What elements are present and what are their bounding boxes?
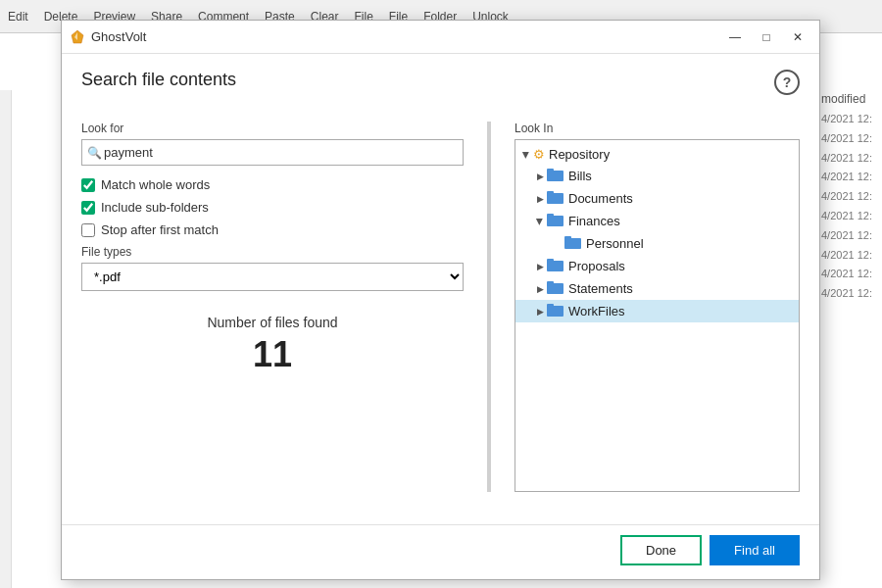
done-button[interactable]: Done	[620, 535, 702, 565]
tree-item-proposals[interactable]: ▶ Proposals	[515, 255, 799, 277]
match-whole-words-checkbox[interactable]	[81, 178, 95, 192]
panel-divider	[487, 122, 491, 492]
left-panel: Look for 🔍 payment Match whole words Inc…	[81, 122, 464, 492]
dialog-titlebar: GhostVolt — □ ✕	[62, 21, 819, 54]
tree-label-bills: Bills	[568, 169, 592, 183]
include-sub-folders-label: Include sub-folders	[101, 200, 209, 215]
tree-container[interactable]: ▶ ⚙ Repository ▶	[514, 139, 800, 492]
tree-arrow-statements: ▶	[533, 282, 547, 296]
stats-area: Number of files found 11	[81, 315, 464, 375]
search-icon: 🔍	[87, 146, 102, 160]
folder-icon-finances	[547, 213, 564, 229]
svg-rect-7	[547, 214, 554, 218]
stop-after-first-match-label: Stop after first match	[101, 222, 219, 237]
folder-icon-statements	[547, 280, 564, 297]
svg-rect-3	[547, 169, 554, 172]
bg-toolbar-edit: Edit	[8, 10, 28, 24]
match-whole-words-row: Match whole words	[81, 177, 464, 192]
folder-icon-proposals	[547, 258, 564, 274]
tree-arrow-repository: ▶	[519, 148, 533, 162]
tree-item-bills[interactable]: ▶ Bills	[515, 165, 799, 187]
modal-overlay: GhostVolt — □ ✕ Search file contents ? L…	[0, 0, 882, 588]
tree-arrow-proposals: ▶	[533, 260, 547, 273]
folder-icon-bills	[547, 168, 564, 184]
stats-count: 11	[81, 334, 464, 375]
folder-icon-personnel	[564, 235, 582, 252]
file-types-select[interactable]: *.pdf *.docx *.txt All files	[81, 263, 464, 291]
tree-arrow-finances: ▶	[533, 215, 547, 228]
tree-item-repository[interactable]: ▶ ⚙ Repository	[515, 144, 799, 165]
svg-rect-5	[547, 191, 554, 195]
search-input-wrapper: 🔍 payment	[81, 139, 464, 166]
svg-rect-13	[547, 281, 554, 285]
tree-item-statements[interactable]: ▶ Statements	[515, 277, 799, 300]
include-sub-folders-row: Include sub-folders	[81, 200, 464, 215]
tree-arrow-workfiles: ▶	[533, 305, 547, 318]
minimize-button[interactable]: —	[721, 25, 749, 49]
sidebar-indicator	[0, 90, 12, 588]
titlebar-buttons: — □ ✕	[721, 25, 811, 49]
dialog-content: Search file contents ? Look for 🔍 paymen…	[62, 54, 819, 524]
look-for-label: Look for	[81, 122, 464, 135]
svg-rect-11	[547, 259, 554, 263]
file-types-label: File types	[81, 245, 464, 259]
tree-label-proposals: Proposals	[568, 259, 625, 273]
tree-item-personnel[interactable]: ▶ Personnel	[515, 232, 799, 255]
search-dialog: GhostVolt — □ ✕ Search file contents ? L…	[61, 20, 820, 580]
tree-label-repository: Repository	[549, 147, 610, 162]
repository-icon: ⚙	[533, 147, 545, 162]
maximize-button[interactable]: □	[753, 25, 780, 49]
dialog-footer: Done Find all	[62, 524, 819, 579]
right-panel: Look In ▶ ⚙ Repository ▶	[514, 122, 800, 492]
dialog-title: GhostVolt	[91, 29, 721, 44]
tree-arrow-bills: ▶	[533, 170, 547, 183]
dialog-header: Search file contents	[81, 70, 236, 90]
look-in-label: Look In	[514, 122, 800, 135]
include-sub-folders-checkbox[interactable]	[81, 201, 95, 215]
folder-icon-workfiles	[547, 303, 564, 319]
tree-item-finances[interactable]: ▶ Finances	[515, 210, 799, 232]
close-button[interactable]: ✕	[784, 25, 811, 49]
tree-arrow-documents: ▶	[533, 192, 547, 206]
tree-label-finances: Finances	[568, 214, 620, 228]
svg-rect-15	[547, 304, 554, 308]
modified-column: modified 4/2021 12: 4/2021 12: 4/2021 12…	[821, 92, 872, 304]
stop-after-first-match-row: Stop after first match	[81, 222, 464, 237]
stats-label: Number of files found	[81, 315, 464, 330]
ghostvolt-logo-icon	[70, 29, 85, 45]
tree-item-workfiles[interactable]: ▶ WorkFiles	[515, 300, 799, 322]
stop-after-first-match-checkbox[interactable]	[81, 223, 95, 237]
tree-item-documents[interactable]: ▶ Documents	[515, 187, 799, 210]
dialog-body: Look for 🔍 payment Match whole words Inc…	[81, 122, 800, 492]
help-icon[interactable]: ?	[774, 70, 800, 95]
find-all-button[interactable]: Find all	[710, 535, 800, 565]
match-whole-words-label: Match whole words	[101, 177, 210, 192]
svg-rect-9	[564, 236, 571, 240]
tree-label-statements: Statements	[568, 281, 633, 296]
tree-label-workfiles: WorkFiles	[568, 304, 625, 318]
tree-label-personnel: Personnel	[586, 236, 644, 251]
dialog-header-row: Search file contents ?	[81, 70, 800, 106]
tree-label-documents: Documents	[568, 191, 633, 206]
search-input[interactable]: payment	[81, 139, 464, 166]
folder-icon-documents	[547, 190, 564, 207]
